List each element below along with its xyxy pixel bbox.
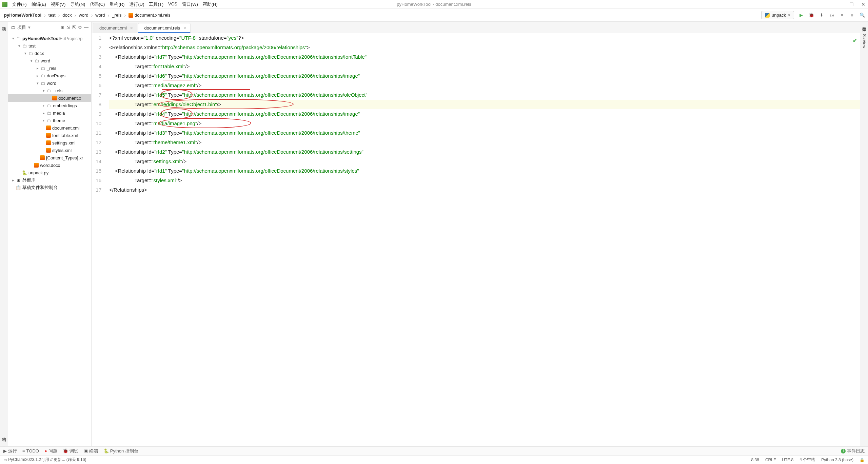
- editor-tab[interactable]: document.xml×: [93, 23, 137, 33]
- tree-row[interactable]: settings.xml: [8, 139, 91, 147]
- crumb-1[interactable]: test: [47, 12, 57, 18]
- status-interpreter[interactable]: Python 3.8 (base): [821, 458, 853, 462]
- collapse-icon[interactable]: ⇱: [72, 25, 76, 30]
- code-line[interactable]: <Relationship Id="rId4" Type="http://sch…: [109, 109, 860, 119]
- status-crlf[interactable]: CRLF: [765, 458, 776, 462]
- debug-icon[interactable]: 🐞: [808, 12, 814, 18]
- tree-twistie-icon[interactable]: ▸: [41, 118, 46, 123]
- code-line[interactable]: <Relationship Id="rId6" Type="http://sch…: [109, 71, 860, 81]
- tree-row[interactable]: styles.xml: [8, 147, 91, 154]
- menu-6[interactable]: 运行(U): [129, 1, 144, 7]
- code-line[interactable]: Target="media/image2.emf"/>: [109, 81, 860, 90]
- btn-run[interactable]: ▶ 运行: [3, 448, 17, 454]
- more-icon[interactable]: ▾: [839, 12, 845, 18]
- code-line[interactable]: Target="embeddings/oleObject1.bin"/>: [109, 100, 860, 109]
- tree-row[interactable]: ▸🗀theme: [8, 117, 91, 124]
- crumb-6[interactable]: document.xml.rels: [127, 12, 172, 18]
- tree-row[interactable]: ▸⊞外部库: [8, 176, 91, 184]
- gear-icon[interactable]: ⚙: [78, 25, 82, 30]
- crumb-3[interactable]: word: [77, 12, 90, 18]
- target-icon[interactable]: ⊕: [61, 25, 64, 30]
- menu-9[interactable]: 窗口(W): [182, 1, 198, 7]
- tree-row[interactable]: ▾🗀test: [8, 42, 91, 50]
- coverage-icon[interactable]: ⬇: [818, 12, 825, 18]
- btn-problems[interactable]: ● 问题: [44, 448, 57, 454]
- code-line[interactable]: <Relationship Id="rId7" Type="http://sch…: [109, 52, 860, 62]
- tree-row[interactable]: ▸🗀_rels: [8, 64, 91, 72]
- tree-row[interactable]: fontTable.xml: [8, 132, 91, 139]
- chevron-down-icon[interactable]: ▾: [28, 25, 31, 30]
- tree-twistie-icon[interactable]: ▾: [17, 44, 22, 48]
- code-line[interactable]: <Relationships xmlns="http://schemas.ope…: [109, 43, 860, 52]
- code-line[interactable]: Target="theme/theme1.xml"/>: [109, 138, 860, 147]
- tree-row[interactable]: ▾🗀word: [8, 57, 91, 64]
- tree-twistie-icon[interactable]: ▾: [35, 81, 40, 85]
- btn-debug[interactable]: 🐞 调试: [63, 448, 78, 454]
- tree-row[interactable]: ▸🗀embeddings: [8, 102, 91, 109]
- menu-4[interactable]: 代码(C): [90, 1, 105, 7]
- status-pos[interactable]: 8:38: [751, 458, 759, 462]
- code-line[interactable]: Target="media/image1.png"/>: [109, 119, 860, 128]
- tree-row[interactable]: ▾🗀word: [8, 79, 91, 87]
- tree-row[interactable]: ▾🗀docx: [8, 50, 91, 57]
- tree-row[interactable]: ▸🗀media: [8, 109, 91, 117]
- minimize-icon[interactable]: —: [837, 2, 842, 7]
- btn-pyconsole[interactable]: 🐍 Python 控制台: [103, 448, 138, 454]
- tree-twistie-icon[interactable]: ▸: [35, 66, 40, 71]
- tree-twistie-icon[interactable]: ▸: [11, 178, 16, 182]
- code-line[interactable]: <?xml version="1.0" encoding="UTF-8" sta…: [109, 33, 860, 43]
- crumb-2[interactable]: docx: [61, 12, 73, 18]
- expand-icon[interactable]: ⇲: [66, 25, 70, 30]
- tree-row[interactable]: word.docx: [8, 161, 91, 169]
- tree-twistie-icon[interactable]: ▸: [41, 103, 46, 108]
- menu-8[interactable]: VCS: [168, 1, 177, 7]
- code-line[interactable]: Target="styles.xml"/>: [109, 176, 860, 185]
- tree-twistie-icon[interactable]: ▾: [23, 51, 28, 56]
- menu-3[interactable]: 导航(N): [70, 1, 85, 7]
- btn-terminal[interactable]: ▣ 终端: [84, 448, 98, 454]
- tree-row[interactable]: ▾🗀pyHomeWorkTool E:\Project\p: [8, 35, 91, 42]
- editor-tab[interactable]: document.xml.rels×: [138, 23, 191, 33]
- maximize-icon[interactable]: ☐: [849, 2, 854, 7]
- right-tab-sciview[interactable]: SciView: [862, 34, 867, 48]
- tree-row[interactable]: 📋草稿文件和控制台: [8, 184, 91, 191]
- menu-2[interactable]: 视图(V): [51, 1, 65, 7]
- tree-twistie-icon[interactable]: ▾: [11, 36, 16, 41]
- hide-icon[interactable]: —: [84, 25, 88, 30]
- project-tree[interactable]: ▾🗀pyHomeWorkTool E:\Project\p▾🗀test▾🗀doc…: [8, 33, 91, 446]
- crumb-5[interactable]: _rels: [111, 12, 123, 18]
- crumb-0[interactable]: pyHomeWorkTool: [3, 12, 43, 18]
- menu-1[interactable]: 编辑(E): [32, 1, 46, 7]
- code-line[interactable]: <Relationship Id="rId1" Type="http://sch…: [109, 166, 860, 176]
- search-icon[interactable]: 🔍: [859, 12, 865, 18]
- code-line[interactable]: Target="settings.xml"/>: [109, 157, 860, 166]
- tree-twistie-icon[interactable]: ▸: [35, 74, 40, 78]
- btn-eventlog[interactable]: 1 事件日志: [841, 448, 865, 454]
- tree-twistie-icon[interactable]: ▾: [41, 89, 46, 93]
- menu-5[interactable]: 重构(R): [110, 1, 124, 7]
- tree-row[interactable]: ▸🗀docProps: [8, 72, 91, 79]
- run-icon[interactable]: ▶: [798, 12, 804, 18]
- stop-icon[interactable]: ■: [849, 12, 855, 18]
- profile-icon[interactable]: ◷: [829, 12, 835, 18]
- run-config-dropdown[interactable]: unpack ▾: [761, 11, 794, 19]
- close-icon[interactable]: ×: [130, 25, 133, 31]
- btn-todo[interactable]: ≡ TODO: [22, 448, 39, 453]
- crumb-4[interactable]: word: [94, 12, 106, 18]
- close-icon[interactable]: ×: [183, 25, 186, 31]
- status-indent[interactable]: 4 个空格: [800, 457, 815, 463]
- tree-row[interactable]: ▾🗀_rels: [8, 87, 91, 94]
- menu-7[interactable]: 工具(T): [149, 1, 163, 7]
- menu-10[interactable]: 帮助(H): [203, 1, 218, 7]
- tree-twistie-icon[interactable]: ▾: [29, 59, 34, 63]
- code-line[interactable]: Target="fontTable.xml"/>: [109, 62, 860, 71]
- close-icon[interactable]: ✕: [861, 2, 865, 7]
- code-line[interactable]: <Relationship Id="rId5" Type="http://sch…: [109, 90, 860, 100]
- status-encoding[interactable]: UTF-8: [782, 458, 793, 462]
- tree-row[interactable]: document.xml: [8, 124, 91, 132]
- menu-0[interactable]: 文件(F): [12, 1, 27, 7]
- tree-row[interactable]: 🐍unpack.py: [8, 169, 91, 176]
- code-line[interactable]: </Relationships>: [109, 185, 860, 195]
- tree-twistie-icon[interactable]: ▸: [41, 111, 46, 115]
- tree-row[interactable]: document.x: [8, 94, 91, 102]
